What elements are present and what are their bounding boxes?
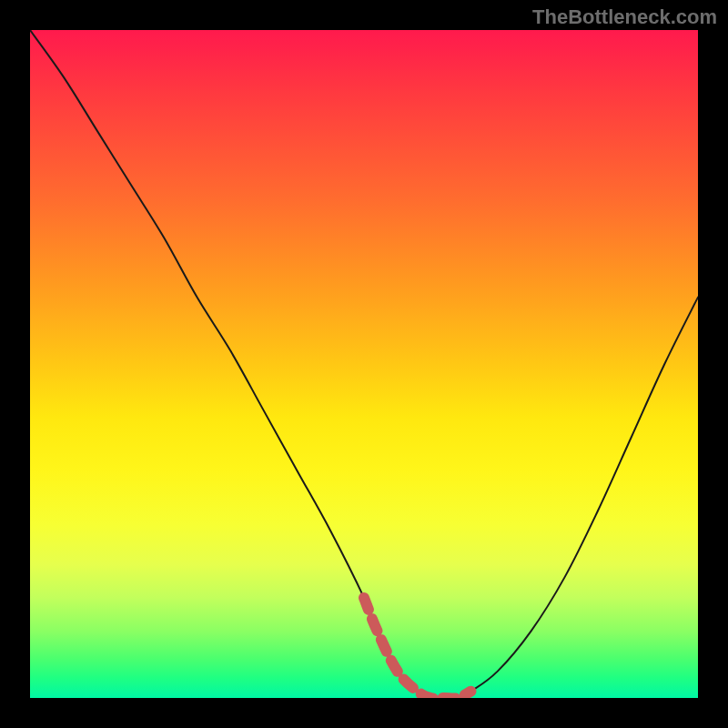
plot-area: [30, 30, 698, 698]
watermark-text: TheBottleneck.com: [532, 5, 717, 29]
highlight-segment: [364, 598, 470, 698]
chart-frame: TheBottleneck.com: [0, 0, 728, 728]
chart-svg: [30, 30, 698, 698]
